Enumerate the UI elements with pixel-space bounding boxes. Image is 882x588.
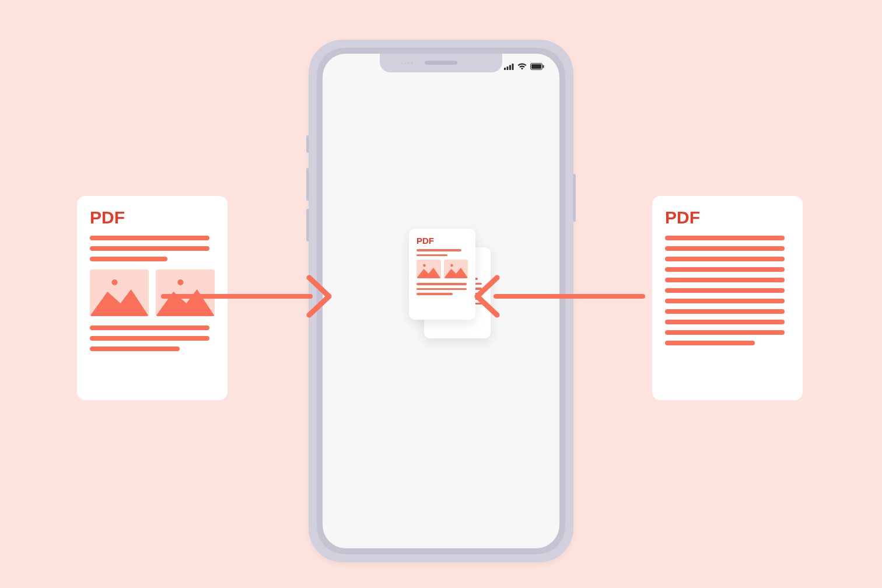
svg-rect-5	[531, 64, 541, 69]
pdf-document-right: PDF	[652, 196, 803, 400]
phone-side-button	[306, 209, 309, 242]
phone-mockup: PDF	[309, 40, 573, 562]
phone-notch	[380, 54, 502, 72]
svg-rect-1	[507, 66, 509, 70]
phone-screen: PDF	[323, 54, 559, 548]
image-thumbnail-icon	[90, 270, 149, 316]
signal-icon	[504, 64, 514, 70]
svg-rect-2	[509, 65, 511, 70]
arrow-right-icon	[161, 294, 330, 299]
phone-side-button	[306, 168, 309, 201]
phone-side-button	[573, 174, 576, 222]
svg-point-9	[111, 279, 117, 285]
svg-rect-6	[543, 65, 544, 68]
image-thumbnail-icon	[444, 260, 468, 278]
svg-point-10	[177, 279, 183, 285]
pdf-label: PDF	[665, 208, 790, 228]
image-thumbnail-icon	[416, 260, 441, 278]
pdf-card-front: PDF	[409, 229, 475, 320]
arrow-left-icon	[476, 294, 645, 299]
phone-side-button	[306, 135, 309, 153]
pdf-label: PDF	[416, 236, 468, 246]
wifi-icon	[517, 63, 527, 70]
image-thumbnail-icon	[156, 270, 215, 316]
status-bar	[504, 63, 544, 70]
svg-point-8	[450, 264, 453, 267]
battery-icon	[530, 63, 544, 70]
pdf-label: PDF	[90, 208, 215, 228]
svg-rect-0	[504, 68, 506, 70]
svg-rect-3	[512, 64, 514, 70]
svg-point-7	[423, 264, 426, 267]
